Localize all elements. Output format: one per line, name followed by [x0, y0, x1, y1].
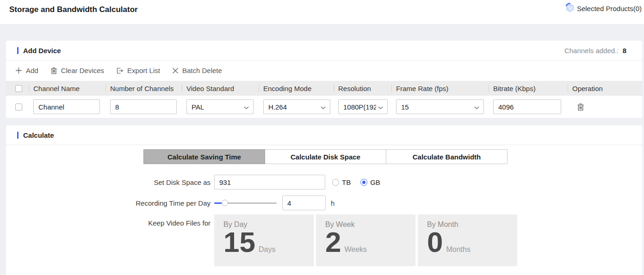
chevron-down-icon	[376, 103, 383, 111]
device-table-header: Channel Name Number of Channels Video St…	[6, 81, 642, 96]
row-checkbox[interactable]	[15, 104, 22, 110]
tab-calculate-saving-time[interactable]: Calculate Saving Time	[143, 149, 265, 164]
col-number-of-channels: Number of Channels	[105, 81, 182, 96]
recording-time-label: Recording Time per Day	[6, 199, 211, 207]
result-card-by-day: By Day 15 Days	[214, 214, 314, 266]
add-button-label: Add	[26, 67, 38, 74]
chevron-down-icon	[319, 103, 326, 111]
tb-radio-label: TB	[342, 178, 351, 186]
disk-space-row: Set Disk Space as TB GB	[6, 175, 642, 189]
result-card-by-month: By Month 0 Months	[418, 214, 517, 266]
result-card-value: 2	[325, 227, 341, 258]
device-table-row: PAL H.264 1080P(1920×1080)	[6, 96, 642, 118]
channel-name-input[interactable]	[33, 99, 100, 114]
radio-option-tb[interactable]: TB	[332, 178, 351, 186]
accent-bar	[17, 132, 19, 139]
tab-calculate-disk-space[interactable]: Calculate Disk Space	[265, 149, 386, 164]
result-card-value: 0	[427, 227, 443, 258]
trash-icon	[577, 103, 584, 111]
col-channel-name: Channel Name	[29, 81, 105, 96]
recording-time-row: Recording Time per Day h	[6, 196, 642, 210]
disk-space-label: Set Disk Space as	[6, 178, 211, 186]
cart-icon	[564, 2, 576, 15]
col-operation: Operation	[568, 81, 642, 96]
channels-added: Channels added.: 8	[564, 47, 626, 55]
clear-devices-label: Clear Devices	[61, 67, 104, 74]
selected-products-label: Selected Products(0)	[577, 5, 642, 12]
accent-bar	[17, 47, 19, 54]
clear-devices-button[interactable]: Clear Devices	[50, 67, 104, 74]
keep-files-label: Keep Video Files for	[6, 214, 211, 227]
select-all-checkbox[interactable]	[15, 85, 22, 92]
add-device-title: Add Device	[23, 47, 61, 55]
gb-radio[interactable]	[360, 179, 367, 186]
gb-radio-label: GB	[370, 178, 380, 186]
resolution-select[interactable]: 1080P(1920×1080)	[338, 99, 388, 114]
keep-files-cards: By Day 15 Days By Week 2 Weeks By Month …	[214, 214, 517, 266]
frame-rate-select[interactable]: 15	[396, 99, 484, 114]
number-of-channels-input[interactable]	[110, 99, 177, 114]
bitrate-input[interactable]	[493, 99, 561, 114]
tab-calculate-bandwidth[interactable]: Calculate Bandwidth	[386, 149, 508, 164]
top-header: Storage and Bandwidth Calculator Selecte…	[0, 0, 644, 24]
device-toolbar: Add Clear Devices Export List	[6, 61, 642, 81]
recording-time-unit: h	[331, 199, 334, 207]
calculate-section-head: Calculate	[6, 125, 642, 145]
calculate-tabs: Calculate Saving Time Calculate Disk Spa…	[143, 149, 642, 164]
encoding-mode-value: H.264	[268, 103, 319, 111]
chevron-down-icon	[242, 103, 249, 111]
calculate-title: Calculate	[23, 131, 54, 139]
add-button[interactable]: Add	[15, 67, 38, 74]
disk-unit-radio-group: TB GB	[332, 178, 380, 186]
col-frame-rate: Frame Rate (fps)	[391, 81, 489, 96]
export-list-button[interactable]: Export List	[116, 67, 160, 74]
calculate-panel: Calculate Calculate Saving Time Calculat…	[6, 125, 642, 275]
result-card-by-week: By Week 2 Weeks	[316, 214, 415, 266]
col-resolution: Resolution	[334, 81, 391, 96]
video-standard-select[interactable]: PAL	[186, 99, 254, 114]
col-bitrate: Bitrate (Kbps)	[489, 81, 568, 96]
export-list-label: Export List	[127, 67, 160, 74]
page-title: Storage and Bandwidth Calculator	[9, 5, 138, 14]
delete-row-button[interactable]	[576, 102, 585, 112]
recording-time-input[interactable]	[282, 196, 326, 210]
resolution-value: 1080P(1920×1080)	[343, 103, 376, 111]
result-card-unit: Weeks	[344, 245, 367, 254]
video-standard-value: PAL	[192, 103, 242, 111]
result-card-unit: Days	[259, 245, 275, 254]
disk-space-input[interactable]	[214, 175, 325, 189]
encoding-mode-select[interactable]: H.264	[263, 99, 330, 114]
radio-option-gb[interactable]: GB	[360, 178, 380, 186]
recording-time-slider[interactable]	[214, 200, 277, 206]
plus-icon	[15, 67, 22, 74]
trash-icon	[50, 67, 57, 74]
col-video-standard: Video Standard	[182, 81, 259, 96]
keep-files-row: Keep Video Files for By Day 15 Days By W…	[6, 214, 642, 266]
selected-products-button[interactable]: Selected Products(0)	[564, 2, 642, 15]
frame-rate-value: 15	[401, 103, 472, 111]
result-card-unit: Months	[446, 245, 470, 254]
channels-added-value: 8	[623, 47, 626, 55]
channels-added-label: Channels added.:	[564, 47, 619, 55]
col-encoding-mode: Encoding Mode	[259, 81, 334, 96]
batch-delete-button[interactable]: Batch Delete	[172, 67, 222, 74]
x-icon	[172, 67, 179, 74]
chevron-down-icon	[472, 103, 479, 111]
export-icon	[116, 67, 124, 74]
result-card-value: 15	[223, 227, 255, 258]
slider-handle[interactable]	[222, 200, 228, 206]
add-device-panel: Add Device Channels added.: 8 Add Clear …	[6, 41, 642, 118]
batch-delete-label: Batch Delete	[182, 67, 222, 74]
tb-radio[interactable]	[332, 179, 339, 186]
add-device-section-head: Add Device Channels added.: 8	[6, 41, 642, 61]
